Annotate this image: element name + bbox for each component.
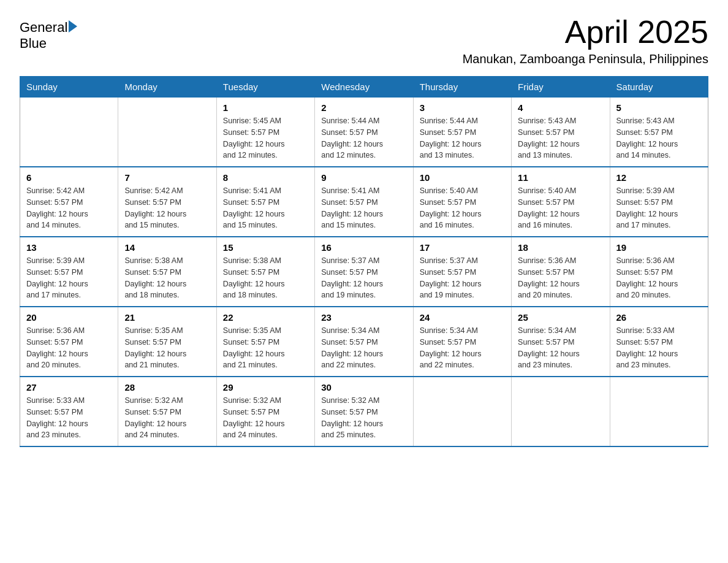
day-info: Sunrise: 5:35 AM Sunset: 5:57 PM Dayligh… [223,325,308,371]
logo: General Blue [20,20,77,52]
day-number: 20 [26,312,112,323]
calendar-cell: 3Sunrise: 5:44 AM Sunset: 5:57 PM Daylig… [413,98,511,167]
calendar-cell: 27Sunrise: 5:33 AM Sunset: 5:57 PM Dayli… [20,377,118,446]
calendar-cell: 8Sunrise: 5:41 AM Sunset: 5:57 PM Daylig… [216,167,314,237]
day-number: 27 [26,382,112,393]
calendar-cell [118,98,216,167]
day-number: 4 [518,102,603,113]
calendar-cell [413,377,511,446]
calendar-cell: 29Sunrise: 5:32 AM Sunset: 5:57 PM Dayli… [216,377,314,446]
day-number: 29 [223,382,308,393]
day-info: Sunrise: 5:41 AM Sunset: 5:57 PM Dayligh… [321,185,406,231]
day-number: 19 [616,242,702,253]
calendar-cell: 13Sunrise: 5:39 AM Sunset: 5:57 PM Dayli… [20,237,118,307]
calendar-cell: 7Sunrise: 5:42 AM Sunset: 5:57 PM Daylig… [118,167,216,237]
day-number: 10 [420,172,505,183]
page-header: General Blue April 2025 Manukan, Zamboan… [20,15,708,66]
day-number: 11 [518,172,603,183]
weekday-header-saturday: Saturday [610,77,708,98]
calendar-cell: 18Sunrise: 5:36 AM Sunset: 5:57 PM Dayli… [512,237,610,307]
weekday-header-thursday: Thursday [413,77,511,98]
weekday-header-friday: Friday [512,77,610,98]
day-info: Sunrise: 5:40 AM Sunset: 5:57 PM Dayligh… [518,185,603,231]
calendar-cell: 19Sunrise: 5:36 AM Sunset: 5:57 PM Dayli… [610,237,708,307]
day-number: 24 [420,312,505,323]
day-info: Sunrise: 5:33 AM Sunset: 5:57 PM Dayligh… [616,325,702,371]
day-info: Sunrise: 5:32 AM Sunset: 5:57 PM Dayligh… [223,395,308,441]
day-info: Sunrise: 5:45 AM Sunset: 5:57 PM Dayligh… [223,115,308,161]
day-info: Sunrise: 5:37 AM Sunset: 5:57 PM Dayligh… [420,255,505,301]
day-number: 14 [124,242,210,253]
calendar-table: SundayMondayTuesdayWednesdayThursdayFrid… [20,76,708,447]
calendar-cell: 10Sunrise: 5:40 AM Sunset: 5:57 PM Dayli… [413,167,511,237]
calendar-cell [610,377,708,446]
calendar-cell: 4Sunrise: 5:43 AM Sunset: 5:57 PM Daylig… [512,98,610,167]
day-info: Sunrise: 5:41 AM Sunset: 5:57 PM Dayligh… [223,185,308,231]
logo-general-text: General [20,20,67,36]
day-info: Sunrise: 5:34 AM Sunset: 5:57 PM Dayligh… [321,325,406,371]
day-info: Sunrise: 5:42 AM Sunset: 5:57 PM Dayligh… [124,185,210,231]
calendar-cell: 9Sunrise: 5:41 AM Sunset: 5:57 PM Daylig… [315,167,413,237]
calendar-week-row: 6Sunrise: 5:42 AM Sunset: 5:57 PM Daylig… [20,167,708,237]
calendar-cell: 22Sunrise: 5:35 AM Sunset: 5:57 PM Dayli… [216,307,314,377]
day-info: Sunrise: 5:34 AM Sunset: 5:57 PM Dayligh… [420,325,505,371]
weekday-header-wednesday: Wednesday [315,77,413,98]
day-info: Sunrise: 5:38 AM Sunset: 5:57 PM Dayligh… [124,255,210,301]
day-number: 28 [124,382,210,393]
day-number: 25 [518,312,603,323]
calendar-cell [512,377,610,446]
calendar-cell: 12Sunrise: 5:39 AM Sunset: 5:57 PM Dayli… [610,167,708,237]
weekday-header-sunday: Sunday [20,77,118,98]
day-number: 18 [518,242,603,253]
calendar-cell: 15Sunrise: 5:38 AM Sunset: 5:57 PM Dayli… [216,237,314,307]
day-number: 9 [321,172,406,183]
calendar-cell: 2Sunrise: 5:44 AM Sunset: 5:57 PM Daylig… [315,98,413,167]
calendar-cell: 28Sunrise: 5:32 AM Sunset: 5:57 PM Dayli… [118,377,216,446]
calendar-cell: 11Sunrise: 5:40 AM Sunset: 5:57 PM Dayli… [512,167,610,237]
day-number: 16 [321,242,406,253]
day-number: 15 [223,242,308,253]
day-number: 30 [321,382,406,393]
calendar-title: April 2025 [463,15,708,50]
day-info: Sunrise: 5:40 AM Sunset: 5:57 PM Dayligh… [420,185,505,231]
day-info: Sunrise: 5:38 AM Sunset: 5:57 PM Dayligh… [223,255,308,301]
calendar-week-row: 1Sunrise: 5:45 AM Sunset: 5:57 PM Daylig… [20,98,708,167]
calendar-subtitle: Manukan, Zamboanga Peninsula, Philippine… [463,52,708,66]
calendar-cell: 17Sunrise: 5:37 AM Sunset: 5:57 PM Dayli… [413,237,511,307]
calendar-cell: 14Sunrise: 5:38 AM Sunset: 5:57 PM Dayli… [118,237,216,307]
calendar-cell [20,98,118,167]
calendar-week-row: 20Sunrise: 5:36 AM Sunset: 5:57 PM Dayli… [20,307,708,377]
calendar-cell: 24Sunrise: 5:34 AM Sunset: 5:57 PM Dayli… [413,307,511,377]
calendar-week-row: 13Sunrise: 5:39 AM Sunset: 5:57 PM Dayli… [20,237,708,307]
calendar-cell: 30Sunrise: 5:32 AM Sunset: 5:57 PM Dayli… [315,377,413,446]
weekday-header-row: SundayMondayTuesdayWednesdayThursdayFrid… [20,77,708,98]
day-number: 21 [124,312,210,323]
calendar-cell: 23Sunrise: 5:34 AM Sunset: 5:57 PM Dayli… [315,307,413,377]
day-info: Sunrise: 5:39 AM Sunset: 5:57 PM Dayligh… [616,185,702,231]
day-number: 22 [223,312,308,323]
weekday-header-monday: Monday [118,77,216,98]
day-number: 23 [321,312,406,323]
calendar-cell: 1Sunrise: 5:45 AM Sunset: 5:57 PM Daylig… [216,98,314,167]
calendar-cell: 16Sunrise: 5:37 AM Sunset: 5:57 PM Dayli… [315,237,413,307]
day-number: 2 [321,102,406,113]
day-info: Sunrise: 5:42 AM Sunset: 5:57 PM Dayligh… [26,185,112,231]
day-number: 6 [26,172,112,183]
day-info: Sunrise: 5:44 AM Sunset: 5:57 PM Dayligh… [321,115,406,161]
day-info: Sunrise: 5:44 AM Sunset: 5:57 PM Dayligh… [420,115,505,161]
logo-blue-text: Blue [20,36,47,51]
day-number: 8 [223,172,308,183]
calendar-cell: 6Sunrise: 5:42 AM Sunset: 5:57 PM Daylig… [20,167,118,237]
weekday-header-tuesday: Tuesday [216,77,314,98]
calendar-week-row: 27Sunrise: 5:33 AM Sunset: 5:57 PM Dayli… [20,377,708,446]
day-info: Sunrise: 5:43 AM Sunset: 5:57 PM Dayligh… [616,115,702,161]
day-number: 7 [124,172,210,183]
title-block: April 2025 Manukan, Zamboanga Peninsula,… [463,15,708,66]
logo-arrow-icon [69,20,77,33]
day-info: Sunrise: 5:32 AM Sunset: 5:57 PM Dayligh… [124,395,210,441]
calendar-cell: 21Sunrise: 5:35 AM Sunset: 5:57 PM Dayli… [118,307,216,377]
day-number: 13 [26,242,112,253]
day-info: Sunrise: 5:34 AM Sunset: 5:57 PM Dayligh… [518,325,603,371]
calendar-cell: 20Sunrise: 5:36 AM Sunset: 5:57 PM Dayli… [20,307,118,377]
day-info: Sunrise: 5:43 AM Sunset: 5:57 PM Dayligh… [518,115,603,161]
